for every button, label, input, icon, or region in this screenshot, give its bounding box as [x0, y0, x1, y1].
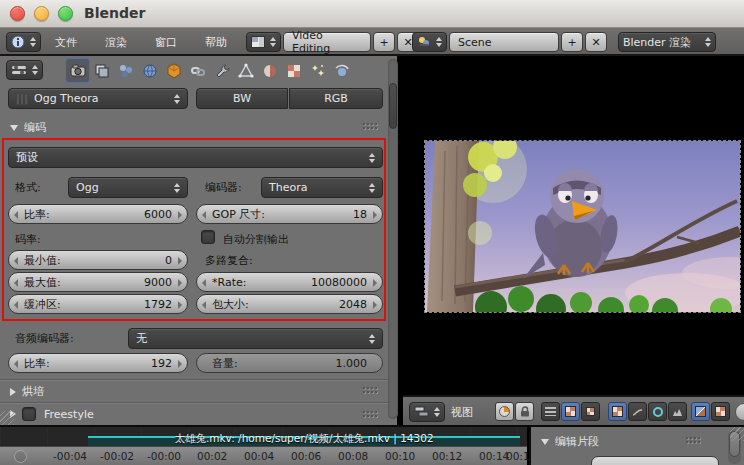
scene-name-field[interactable]: Scene	[449, 32, 559, 52]
tab-object[interactable]	[162, 59, 185, 82]
freestyle-panel-header[interactable]: Freestyle	[10, 407, 94, 421]
audio-bitrate-label: 比率:	[24, 356, 50, 371]
scrollbar-end-knob[interactable]	[14, 450, 27, 463]
tab-scene[interactable]	[114, 59, 137, 82]
object-cube-icon	[166, 63, 182, 79]
editor-type-info-button[interactable]	[6, 32, 41, 52]
tab-particles[interactable]	[306, 59, 329, 82]
image-preview-icon	[565, 406, 576, 417]
area-resize-corner[interactable]	[0, 411, 14, 425]
scene-icon	[417, 36, 431, 48]
panel-expand-icon	[10, 125, 18, 131]
display-mode-vectorscope-button[interactable]	[648, 402, 667, 421]
maximum-slider[interactable]: 最大值: 9000	[8, 272, 188, 292]
mux-rate-label: *Rate:	[212, 276, 246, 289]
tab-texture[interactable]	[282, 59, 305, 82]
particles-icon	[310, 63, 326, 79]
mux-rate-slider[interactable]: *Rate: 10080000	[196, 272, 383, 292]
menu-render[interactable]: 渲染	[105, 35, 127, 50]
panel-grip-handle[interactable]	[362, 410, 379, 419]
menu-file[interactable]: 文件	[55, 35, 77, 50]
render-engine-dropdown[interactable]: Blender 渲染	[618, 32, 716, 52]
tab-render-layers[interactable]	[90, 59, 113, 82]
properties-header	[0, 56, 397, 86]
display-mode-image-button[interactable]	[608, 402, 627, 421]
encoding-panel-header[interactable]: 编码	[10, 120, 46, 135]
display-mode-histogram-button[interactable]	[668, 402, 687, 421]
tab-object-data[interactable]	[234, 59, 257, 82]
autosplit-label: 自动分割输出	[223, 232, 289, 247]
scroll-bubble[interactable]	[735, 403, 744, 421]
color-mode-bw-button[interactable]: BW	[196, 88, 288, 109]
window-maximize-button[interactable]	[58, 6, 73, 21]
gop-size-slider[interactable]: GOP 尺寸: 18	[196, 204, 383, 224]
lock-button[interactable]	[515, 402, 534, 421]
view-type-sequencer-button[interactable]	[541, 402, 560, 421]
pie-icon	[499, 406, 510, 417]
timeline-ruler[interactable]: -00:04 -00:02 -00:00 00:02 00:04 00:06 0…	[0, 446, 527, 465]
file-format-dropdown[interactable]: Ogg Theora	[8, 88, 188, 109]
split-view-icon	[695, 406, 706, 417]
freestyle-checkbox[interactable]	[22, 407, 36, 421]
tab-world[interactable]	[138, 59, 161, 82]
display-channels-button[interactable]	[495, 402, 514, 421]
color-mode-rgb-button[interactable]: RGB	[289, 88, 383, 109]
edit-strip-header[interactable]: 编辑片段	[541, 434, 599, 449]
editor-type-sequencer-button[interactable]	[409, 402, 445, 422]
tab-physics[interactable]	[330, 59, 353, 82]
render-engine-value: Blender 渲染	[623, 35, 691, 50]
view-type-preview-button[interactable]	[561, 402, 580, 421]
audio-codec-dropdown[interactable]: 无	[128, 328, 383, 349]
packet-size-slider[interactable]: 包大小: 2048	[196, 294, 383, 314]
overlay-full-button[interactable]	[711, 402, 730, 421]
menu-window[interactable]: 窗口	[155, 35, 177, 50]
codec-label: 编码器:	[205, 180, 242, 195]
audio-bitrate-slider[interactable]: 比率: 192	[8, 353, 188, 373]
area-resize-corner[interactable]	[730, 427, 744, 441]
tab-render[interactable]	[66, 59, 89, 82]
lock-icon	[520, 406, 530, 417]
properties-scrollbar[interactable]	[388, 59, 398, 419]
scene-browse-button[interactable]	[412, 32, 447, 52]
delete-scene-button[interactable]: ✕	[585, 32, 607, 52]
display-mode-waveform-button[interactable]	[628, 402, 647, 421]
panel-grip-handle[interactable]	[362, 122, 379, 131]
texture-checker-icon	[286, 63, 302, 79]
window-minimize-button[interactable]	[34, 6, 49, 21]
buffer-label: 缓冲区:	[24, 297, 61, 312]
strip-name-field-partial[interactable]	[591, 456, 719, 465]
ruler-tick: 00:04	[244, 450, 274, 462]
preview-frame	[424, 140, 741, 313]
format-dropdown[interactable]: Ogg	[68, 177, 188, 198]
preset-dropdown[interactable]: 预设	[8, 147, 383, 168]
add-scene-button[interactable]: +	[561, 32, 583, 52]
add-screen-layout-button[interactable]: +	[373, 32, 395, 52]
chevron-updown-icon	[369, 334, 375, 344]
tab-constraints[interactable]	[186, 59, 209, 82]
autosplit-checkbox[interactable]	[201, 230, 215, 244]
editor-type-properties-button[interactable]	[6, 60, 43, 80]
panel-grip-handle[interactable]	[362, 386, 379, 395]
volume-field[interactable]: 音量: 1.000	[196, 353, 383, 373]
screen-layout-browse-button[interactable]	[246, 32, 281, 52]
buffer-slider[interactable]: 缓冲区: 1792	[8, 294, 188, 314]
screen-layout-name-field[interactable]: Video Editing	[283, 32, 371, 52]
codec-dropdown[interactable]: Theora	[261, 177, 383, 198]
vectorscope-icon	[653, 407, 663, 417]
bake-panel-header[interactable]: 烘培	[10, 384, 44, 399]
overlay-split-button[interactable]	[691, 402, 710, 421]
sequencer-preview-icon	[586, 407, 595, 416]
tab-modifiers[interactable]	[210, 59, 233, 82]
tab-material[interactable]	[258, 59, 281, 82]
scrollbar-thumb[interactable]	[389, 83, 397, 129]
window-close-button[interactable]	[10, 6, 25, 21]
minimum-slider[interactable]: 最小值: 0	[8, 250, 188, 270]
chevron-updown-icon	[436, 37, 442, 47]
view-menu[interactable]: 视图	[451, 405, 473, 420]
menu-help[interactable]: 帮助	[205, 35, 227, 50]
panel-grip-handle[interactable]	[685, 436, 702, 445]
bitrate-slider[interactable]: 比率: 6000	[8, 204, 188, 224]
view-type-both-button[interactable]	[581, 402, 600, 421]
ruler-tick: -00:02	[100, 450, 134, 462]
sequencer-preview	[403, 56, 744, 395]
